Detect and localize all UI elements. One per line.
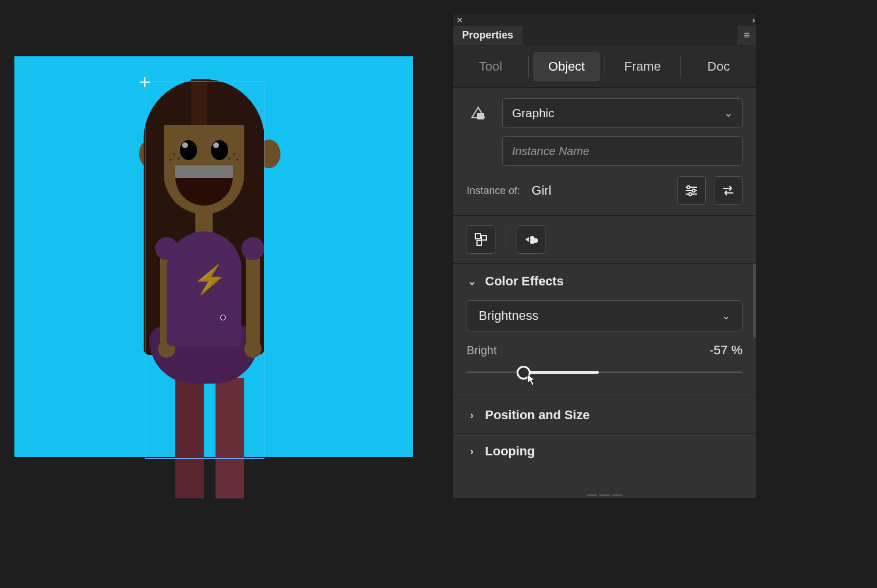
category-tool[interactable]: Tool	[457, 52, 524, 82]
chevron-down-icon: ⌄	[724, 107, 733, 119]
color-effect-mode-select[interactable]: Brightness ⌄	[467, 300, 743, 331]
swap-symbol-button[interactable]	[714, 176, 743, 205]
instance-of-value: Girl	[528, 183, 669, 198]
panel-scrollbar[interactable]	[753, 264, 756, 338]
instance-name-input[interactable]: Instance Name	[502, 136, 743, 166]
panel-tab-properties[interactable]: Properties	[453, 26, 522, 45]
transform-origin-icon	[220, 315, 226, 320]
category-object[interactable]: Object	[533, 52, 599, 82]
stage-canvas[interactable]: ⚡	[14, 56, 414, 458]
panel-close-icon[interactable]: ✕	[456, 16, 463, 25]
svg-point-12	[530, 239, 534, 244]
brightness-slider[interactable]	[467, 363, 743, 382]
section-looping-header[interactable]: › Looping	[467, 444, 743, 459]
svg-rect-9	[477, 241, 482, 245]
category-frame[interactable]: Frame	[610, 52, 676, 82]
category-doc[interactable]: Doc	[686, 52, 752, 82]
panel-menu-icon[interactable]: ≡	[737, 26, 756, 45]
svg-rect-0	[477, 113, 484, 119]
instance-type-value: Graphic	[512, 106, 555, 120]
instance-type-icon	[467, 106, 490, 120]
instance-of-label: Instance of:	[467, 185, 520, 197]
chevron-down-icon: ⌄	[722, 310, 730, 322]
properties-panel: ✕ ›› Properties ≡ Tool Object Frame Doc …	[452, 14, 757, 498]
svg-point-4	[687, 186, 690, 189]
svg-rect-7	[475, 234, 480, 239]
chevron-right-icon: ›	[467, 409, 477, 421]
panel-collapse-icon[interactable]: ››	[752, 16, 753, 25]
break-apart-button[interactable]	[467, 225, 495, 254]
svg-rect-8	[482, 235, 486, 240]
edit-symbol-button[interactable]	[517, 225, 545, 254]
chevron-down-icon: ⌄	[467, 275, 477, 288]
svg-point-6	[689, 193, 692, 196]
brightness-value[interactable]: -57 %	[710, 343, 743, 358]
section-color-effects-header[interactable]: ⌄ Color Effects	[467, 274, 743, 289]
panel-resize-grip-icon[interactable]	[453, 492, 756, 498]
instance-type-select[interactable]: Graphic ⌄	[502, 98, 743, 128]
section-position-size-header[interactable]: › Position and Size	[467, 408, 743, 423]
brightness-label: Bright	[467, 344, 497, 357]
chevron-right-icon: ›	[467, 446, 477, 458]
svg-point-5	[693, 189, 695, 192]
selection-bounds	[145, 82, 264, 458]
instance-options-button[interactable]	[677, 176, 706, 205]
